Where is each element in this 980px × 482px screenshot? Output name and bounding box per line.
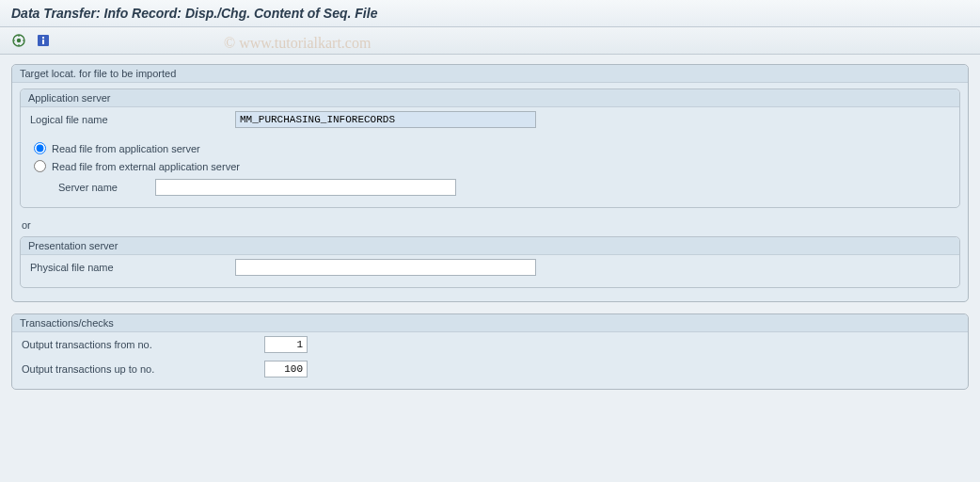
from-no-label: Output transactions from no. xyxy=(22,339,257,350)
radio-row-2: Read file from external application serv… xyxy=(21,157,959,175)
transactions-checks-group: Transactions/checks Output transactions … xyxy=(11,313,969,390)
page-title: Data Transfer: Info Record: Disp./Chg. C… xyxy=(11,6,969,21)
transactions-checks-title: Transactions/checks xyxy=(12,314,968,332)
radio-external-server-label: Read file from external application serv… xyxy=(52,161,240,172)
server-name-row: Server name xyxy=(21,175,959,200)
toolbar: © www.tutorialkart.com xyxy=(0,27,980,55)
server-name-label: Server name xyxy=(58,182,148,193)
to-no-row: Output transactions up to no. xyxy=(12,357,968,381)
execute-button[interactable] xyxy=(9,31,28,50)
radio-app-server-label: Read file from application server xyxy=(52,143,200,154)
svg-point-1 xyxy=(17,39,21,42)
from-no-row: Output transactions from no. xyxy=(12,332,968,357)
logical-file-input[interactable] xyxy=(235,111,536,128)
radio-external-server[interactable] xyxy=(34,160,46,172)
target-location-title: Target locat. for file to be imported xyxy=(12,65,968,83)
info-button[interactable] xyxy=(34,31,53,50)
presentation-server-group: Presentation server Physical file name xyxy=(20,236,960,288)
svg-rect-8 xyxy=(42,40,44,44)
title-bar: Data Transfer: Info Record: Disp./Chg. C… xyxy=(0,0,980,27)
presentation-server-title: Presentation server xyxy=(21,237,959,255)
application-server-group: Application server Logical file name Rea… xyxy=(20,88,960,208)
svg-rect-7 xyxy=(42,37,44,39)
from-no-input[interactable] xyxy=(264,336,308,353)
content-area: Target locat. for file to be imported Ap… xyxy=(0,55,980,410)
logical-file-label: Logical file name xyxy=(30,114,228,125)
watermark: © www.tutorialkart.com xyxy=(224,35,371,52)
target-location-group: Target locat. for file to be imported Ap… xyxy=(11,64,969,302)
physical-file-label: Physical file name xyxy=(30,262,228,273)
or-text: or xyxy=(12,214,968,236)
to-no-label: Output transactions up to no. xyxy=(22,363,257,375)
physical-file-input[interactable] xyxy=(235,259,536,276)
application-server-title: Application server xyxy=(21,89,959,107)
radio-row-1: Read file from application server xyxy=(21,139,959,157)
server-name-input[interactable] xyxy=(155,179,456,196)
physical-file-row: Physical file name xyxy=(21,255,959,280)
radio-app-server[interactable] xyxy=(34,142,46,154)
to-no-input[interactable] xyxy=(264,361,308,378)
logical-file-row: Logical file name xyxy=(21,107,959,132)
